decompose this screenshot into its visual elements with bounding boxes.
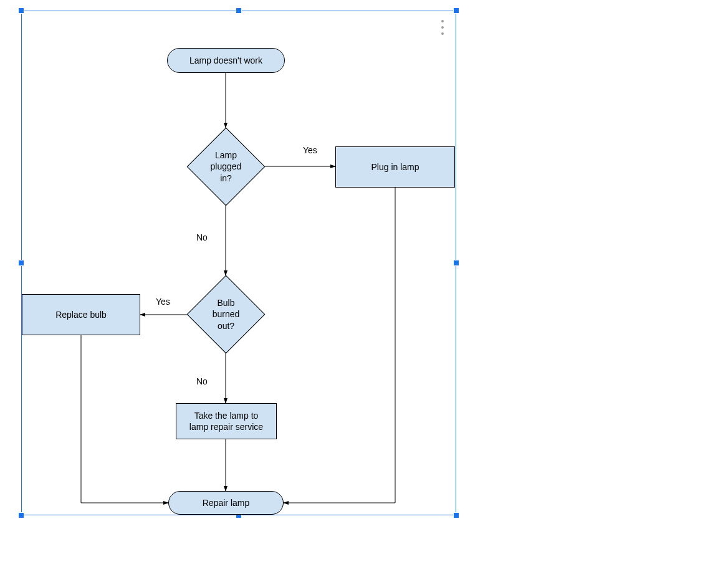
- selection-handle-nw[interactable]: [18, 7, 24, 14]
- node-take-process[interactable]: Take the lamp to lamp repair service: [176, 403, 277, 439]
- node-end-label: Repair lamp: [203, 497, 249, 508]
- selection-handle-e[interactable]: [453, 260, 459, 266]
- node-start-terminal[interactable]: Lamp doesn't work: [167, 48, 285, 73]
- edge-label-d1-plugin: Yes: [303, 145, 317, 155]
- edge-label-d1-d2: No: [196, 232, 208, 242]
- edge-label-d2-replace: Yes: [156, 297, 170, 307]
- selection-handle-sw[interactable]: [18, 512, 24, 518]
- node-replace-process[interactable]: Replace bulb: [22, 294, 140, 335]
- node-replace-label: Replace bulb: [55, 309, 107, 320]
- node-take-label: Take the lamp to lamp repair service: [189, 410, 263, 432]
- node-d2-label: Bulb burned out?: [213, 297, 240, 331]
- selection-handle-ne[interactable]: [453, 7, 459, 14]
- selection-handle-se[interactable]: [453, 512, 459, 518]
- node-plugin-label: Plug in lamp: [371, 161, 419, 173]
- selection-border: [21, 11, 456, 515]
- node-start-label: Lamp doesn't work: [189, 55, 262, 66]
- edge-plugin-end: [284, 188, 395, 503]
- node-d1-label: Lamp plugged in?: [211, 150, 242, 184]
- more-menu-icon[interactable]: [436, 20, 449, 35]
- node-plugin-process[interactable]: Plug in lamp: [335, 146, 455, 188]
- edge-label-d2-take: No: [196, 376, 208, 386]
- diagram-canvas[interactable]: Lamp doesn't work Lamp plugged in? Plug …: [0, 0, 728, 572]
- edges-layer: [0, 0, 728, 572]
- node-d1-decision[interactable]: Lamp plugged in?: [198, 139, 254, 194]
- selection-handle-n[interactable]: [236, 7, 242, 14]
- selection-handle-w[interactable]: [18, 260, 24, 266]
- edge-replace-end: [81, 335, 168, 503]
- node-end-terminal[interactable]: Repair lamp: [168, 491, 284, 515]
- node-d2-decision[interactable]: Bulb burned out?: [198, 287, 254, 342]
